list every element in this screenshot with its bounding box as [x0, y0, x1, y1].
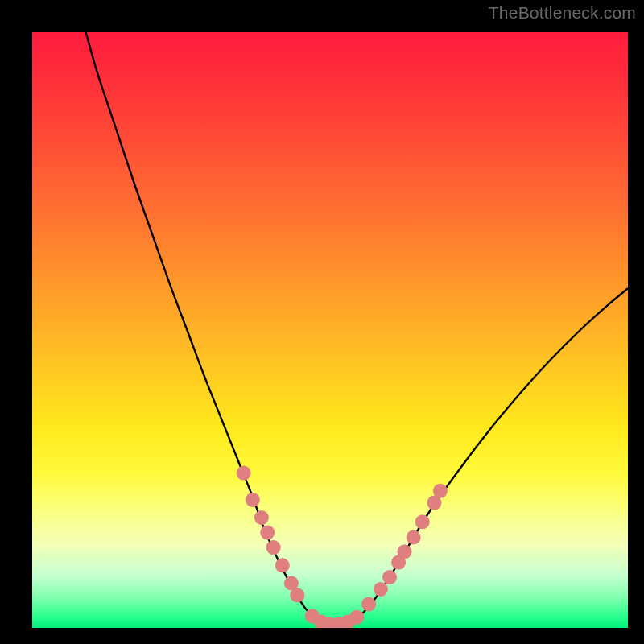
data-marker — [275, 558, 290, 572]
data-marker — [433, 484, 448, 498]
data-marker — [415, 514, 430, 529]
data-marker — [254, 510, 269, 525]
chart-svg — [32, 32, 628, 628]
watermark-text: TheBottleneck.com — [489, 3, 636, 23]
data-marker — [237, 466, 251, 481]
data-marker — [349, 610, 364, 625]
bottleneck-curve — [86, 32, 628, 625]
data-marker — [407, 530, 421, 545]
data-marker — [361, 597, 376, 611]
chart-frame: TheBottleneck.com — [0, 0, 644, 644]
plot-area — [32, 32, 628, 628]
data-marker — [398, 544, 412, 559]
data-marker — [374, 582, 388, 597]
marker-group — [237, 466, 448, 628]
data-marker — [382, 570, 397, 584]
data-marker — [266, 540, 281, 555]
data-marker — [260, 526, 275, 540]
data-marker — [290, 588, 304, 602]
data-marker — [246, 493, 260, 507]
